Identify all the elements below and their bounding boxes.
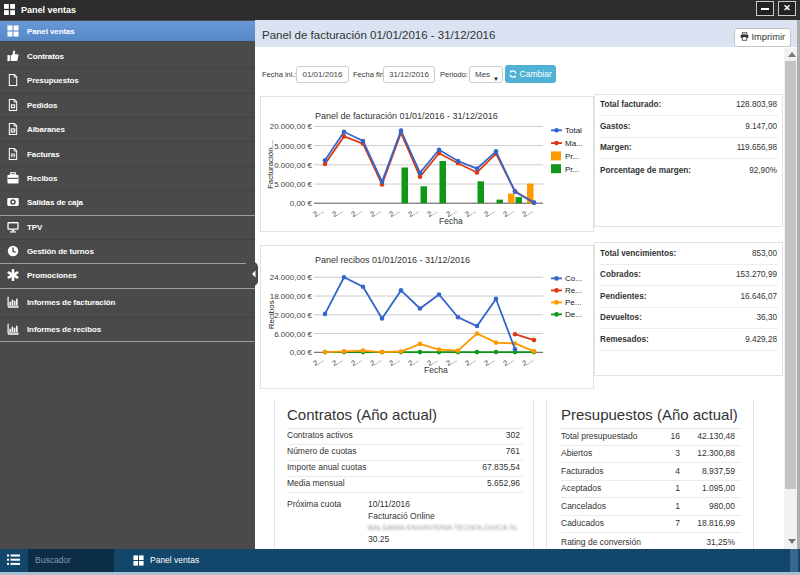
svg-text:5.000,00 €: 5.000,00 € [274, 180, 312, 189]
svg-text:20.000,00 €: 20.000,00 € [270, 122, 313, 131]
svg-text:0,00 €: 0,00 € [290, 199, 313, 208]
svg-text:0,00 €: 0,00 € [290, 348, 313, 357]
svg-text:2...: 2... [425, 206, 439, 219]
svg-text:2...: 2... [482, 206, 496, 219]
svg-text:2...: 2... [311, 355, 325, 368]
svg-text:2...: 2... [482, 355, 496, 368]
svg-text:2...: 2... [387, 206, 401, 219]
svg-text:0.000,00 €: 0.000,00 € [274, 161, 312, 170]
svg-text:2...: 2... [406, 355, 420, 368]
svg-text:6.000,00 €: 6.000,00 € [274, 330, 312, 339]
svg-text:2...: 2... [368, 206, 382, 219]
svg-text:2...: 2... [330, 355, 344, 368]
svg-text:2...: 2... [463, 206, 477, 219]
svg-text:2.000,00 €: 2.000,00 € [274, 311, 312, 320]
svg-text:Fecha: Fecha [424, 365, 448, 375]
svg-text:Ma...: Ma... [565, 139, 583, 148]
svg-text:2...: 2... [520, 206, 534, 219]
svg-text:De...: De... [565, 310, 582, 319]
svg-text:Recibos: Recibos [267, 300, 276, 329]
svg-text:18.000,00 €: 18.000,00 € [270, 292, 313, 301]
svg-text:2...: 2... [406, 206, 420, 219]
svg-text:Re...: Re... [565, 286, 582, 295]
svg-text:5.000,00 €: 5.000,00 € [274, 142, 312, 151]
svg-text:Fecha: Fecha [439, 216, 463, 226]
svg-text:Co...: Co... [565, 274, 582, 283]
svg-text:2...: 2... [463, 355, 477, 368]
svg-text:Facturación...: Facturación... [266, 141, 275, 189]
svg-text:2...: 2... [501, 355, 515, 368]
svg-text:24.000,00 €: 24.000,00 € [270, 273, 313, 282]
svg-text:Pr...: Pr... [565, 165, 579, 174]
svg-text:Total: Total [565, 126, 582, 135]
svg-text:2...: 2... [501, 206, 515, 219]
svg-text:2...: 2... [520, 355, 534, 368]
svg-text:2...: 2... [349, 355, 363, 368]
svg-text:Panel de facturación 01/01/201: Panel de facturación 01/01/2016 - 31/12/… [315, 111, 498, 121]
svg-text:Pe...: Pe... [565, 298, 581, 307]
svg-text:2...: 2... [330, 206, 344, 219]
svg-text:Pr...: Pr... [565, 152, 579, 161]
svg-text:2...: 2... [368, 355, 382, 368]
svg-text:2...: 2... [311, 206, 325, 219]
svg-text:Panel recibos 01/01/2016 - 31/: Panel recibos 01/01/2016 - 31/12/2016 [315, 255, 470, 265]
svg-text:2...: 2... [349, 206, 363, 219]
svg-text:2...: 2... [387, 355, 401, 368]
